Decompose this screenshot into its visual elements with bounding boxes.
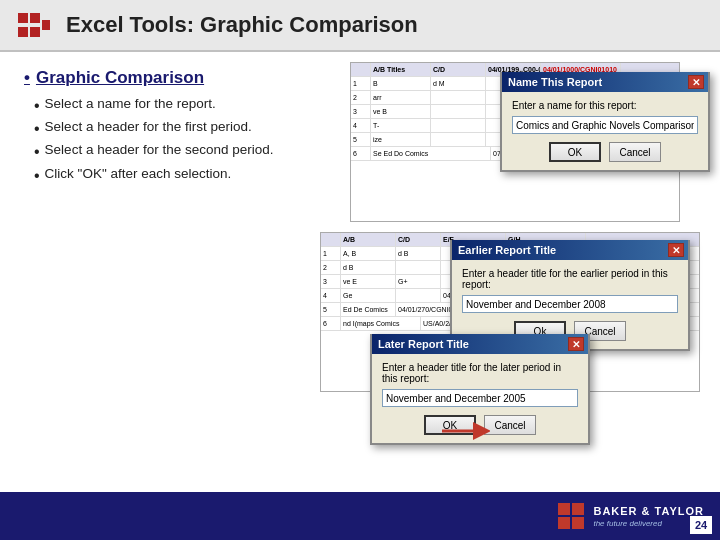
company-tagline: the future delivered	[593, 519, 704, 528]
dialog-name-label: Enter a name for this report:	[512, 100, 698, 111]
svg-rect-0	[18, 13, 28, 23]
footer-bar: BAKER & TAYLOR the future delivered 24	[0, 492, 720, 540]
dialog-close-button[interactable]: ✕	[688, 75, 704, 89]
dialog-earlier-input[interactable]	[462, 295, 678, 313]
svg-rect-2	[18, 27, 28, 37]
company-name: BAKER & TAYLOR	[593, 504, 704, 518]
svg-rect-7	[558, 503, 570, 515]
dialog-name-input[interactable]	[512, 116, 698, 134]
section-title: • Graphic Comparison	[24, 68, 364, 88]
svg-rect-8	[572, 503, 584, 515]
dialog-name-ok-button[interactable]: OK	[549, 142, 601, 162]
svg-rect-3	[30, 27, 40, 37]
svg-rect-4	[42, 20, 50, 30]
list-item: • Select a name for the report.	[34, 96, 364, 115]
svg-rect-9	[558, 517, 570, 529]
bullet-list: • Select a name for the report. • Select…	[24, 96, 364, 185]
text-panel: • Graphic Comparison • Select a name for…	[24, 68, 364, 476]
dialog-body-name: Enter a name for this report: OK Cancel	[502, 92, 708, 170]
arrow-icon	[440, 420, 490, 442]
bullet-dot: •	[34, 119, 40, 138]
main-content: • Graphic Comparison • Select a name for…	[0, 52, 720, 492]
list-item: • Select a header for the second period.	[34, 142, 364, 161]
baker-taylor-logo: BAKER & TAYLOR the future delivered	[557, 502, 704, 530]
bullet-dot: •	[34, 142, 40, 161]
dialog-earlier-close-button[interactable]: ✕	[668, 243, 684, 257]
dialog-earlier-label: Enter a header title for the earlier per…	[462, 268, 678, 290]
bullet-icon: •	[24, 68, 30, 88]
dialog-later-cancel-button[interactable]: Cancel	[484, 415, 536, 435]
bt-logo-icon	[557, 502, 585, 530]
header-bar: Excel Tools: Graphic Comparison	[0, 0, 720, 52]
page-title: Excel Tools: Graphic Comparison	[66, 12, 418, 38]
dialog-later-input[interactable]	[382, 389, 578, 407]
bullet-dot: •	[34, 96, 40, 115]
page-number: 24	[690, 516, 712, 534]
dialog-titlebar-earlier: Earlier Report Title ✕	[452, 240, 688, 260]
list-item: • Click "OK" after each selection.	[34, 166, 364, 185]
svg-rect-10	[572, 517, 584, 529]
app-logo-icon	[16, 7, 52, 43]
dialog-later-label: Enter a header title for the later perio…	[382, 362, 578, 384]
dialog-titlebar-name: Name This Report ✕	[502, 72, 708, 92]
dialog-title-earlier: Earlier Report Title	[458, 244, 556, 256]
dialog-title-later: Later Report Title	[378, 338, 469, 350]
dialog-title-name: Name This Report	[508, 76, 602, 88]
bullet-dot: •	[34, 166, 40, 185]
dialog-name-report[interactable]: Name This Report ✕ Enter a name for this…	[500, 72, 710, 172]
screenshots-area: A/B Titles C/D 04/01/199..C00-0 04/01/10…	[320, 62, 710, 442]
dialog-name-cancel-button[interactable]: Cancel	[609, 142, 661, 162]
list-item: • Select a header for the first period.	[34, 119, 364, 138]
svg-rect-1	[30, 13, 40, 23]
dialog-name-buttons: OK Cancel	[512, 142, 698, 162]
dialog-titlebar-later: Later Report Title ✕	[372, 334, 588, 354]
dialog-later-close-button[interactable]: ✕	[568, 337, 584, 351]
